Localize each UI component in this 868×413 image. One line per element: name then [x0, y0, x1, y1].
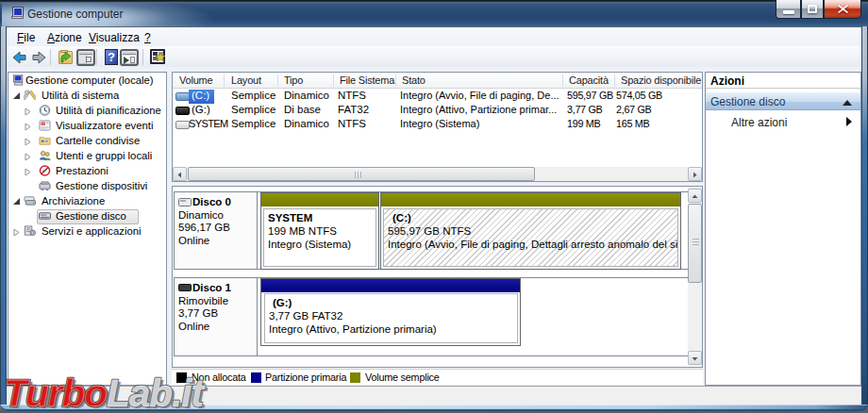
svg-text:TurboLab.it: TurboLab.it [4, 373, 205, 413]
